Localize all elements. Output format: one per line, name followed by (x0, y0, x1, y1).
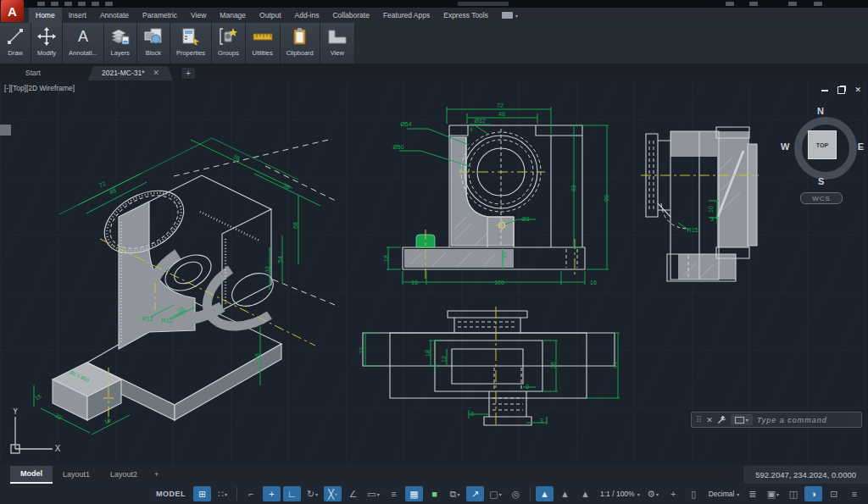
file-tab-start[interactable]: Start (12, 66, 54, 80)
docked-panel-button[interactable] (0, 125, 11, 136)
layout-tab-model[interactable]: Model (10, 466, 53, 484)
menu-item-manage[interactable]: Manage (213, 8, 253, 23)
close-icon[interactable]: ✕ (854, 86, 861, 94)
annotation-scale-icon[interactable]: ▲ (576, 486, 594, 501)
polar-tracking-icon[interactable]: ▭▾ (364, 486, 382, 501)
dimension-label[interactable]: 6 (470, 127, 473, 132)
dimension-label[interactable]: 82 (570, 185, 576, 191)
isometric-drafting-icon[interactable]: ↻▾ (303, 486, 321, 501)
dimension-label[interactable]: 100 (494, 280, 504, 285)
ribbon-panel-groups[interactable]: Groups (212, 23, 246, 64)
dimension-label[interactable]: Ø50 (392, 144, 403, 150)
ribbon-panel-clipboard[interactable]: Clipboard (281, 23, 320, 64)
ribbon-panel-view[interactable]: View (320, 23, 355, 64)
dimension-label[interactable]: 3 (526, 384, 529, 390)
annotation-visibility-icon[interactable]: ▲ (536, 486, 554, 501)
dimension-label[interactable]: 22 (501, 252, 507, 258)
restore-icon[interactable] (837, 86, 845, 94)
quick-access-icon[interactable] (37, 2, 45, 6)
dimension-label[interactable]: R12 (162, 318, 173, 324)
dimension-label[interactable]: 36 (550, 362, 556, 368)
dimension-label[interactable]: 72 (98, 180, 107, 189)
close-icon[interactable]: ✕ (706, 416, 713, 424)
dimension-label[interactable]: Ø54 (400, 121, 411, 127)
titlebar-icon[interactable] (814, 2, 822, 6)
file-tab-drawing[interactable]: 2021-MC-31* ✕ (88, 66, 173, 80)
dimension-label[interactable]: 90 (604, 195, 609, 202)
object-snap-angle-icon[interactable]: ∠ (344, 486, 362, 501)
recent-commands-button[interactable]: ▾ (731, 414, 753, 425)
gizmo-icon[interactable]: ◎ (507, 486, 525, 501)
ucs-icon[interactable]: Y X (5, 408, 61, 457)
coordinate-readout[interactable]: 592.2047, 234.2024, 0.0000 (743, 466, 868, 484)
object-snap-icon[interactable]: ▦ (405, 486, 423, 501)
dimension-label[interactable]: 38 (282, 182, 291, 191)
snap-mode-icon[interactable]: ∷▾ (214, 486, 231, 501)
dimension-label[interactable]: 32 (264, 266, 270, 273)
menu-item-insert[interactable]: Insert (62, 8, 93, 23)
annotation-scale-value[interactable]: 1:1 / 100%▾ (597, 486, 642, 501)
dimension-label[interactable]: Ø3 (521, 216, 529, 222)
selection-filtering-icon[interactable]: ▢▾ (487, 486, 504, 501)
side-view[interactable]: 103R15 (641, 127, 759, 281)
view-cube-west[interactable]: W (781, 141, 789, 152)
customize-wrench-icon[interactable] (717, 413, 726, 428)
new-layout-button[interactable]: + (147, 466, 165, 484)
quick-access-icon[interactable] (105, 2, 113, 6)
dimension-label[interactable]: 68 (292, 222, 298, 229)
command-input[interactable]: Type a command (757, 416, 827, 424)
dimension-label[interactable]: 44 (612, 362, 618, 368)
ribbon-panel-draw[interactable]: Draw (0, 23, 31, 64)
ribbon-panel-block[interactable]: Block (137, 23, 170, 64)
model-space-button[interactable]: MODEL (156, 490, 186, 498)
infer-constraints-icon[interactable]: ⌐ (242, 486, 260, 501)
dimension-label[interactable]: 18 (425, 350, 431, 357)
dimension-label[interactable]: 16 (590, 280, 597, 285)
menu-item-output[interactable]: Output (253, 8, 288, 23)
dimension-label[interactable]: 72 (497, 102, 504, 108)
application-menu-button[interactable]: A (1, 0, 24, 22)
minimize-icon[interactable] (821, 90, 828, 91)
menu-item-annotate[interactable]: Annotate (93, 8, 136, 23)
quick-access-icon[interactable] (64, 2, 72, 6)
hardware-acceleration-icon[interactable]: ◑ (804, 486, 822, 501)
grid-display-icon[interactable]: ⊞ (193, 486, 211, 501)
cad-drawing[interactable]: 72483838685432R12R121058152216Ø2 X Ø10 (0, 80, 868, 466)
view-cube-south[interactable]: S (818, 176, 824, 186)
units-value[interactable]: Decimal▾ (705, 486, 742, 501)
dimension-label[interactable]: 58 (254, 353, 260, 360)
dimension-label[interactable]: 10 (708, 206, 714, 213)
command-line[interactable]: ⠿ ✕ ▾ Type a command (691, 412, 862, 428)
dimension-label[interactable]: R15 (687, 227, 698, 233)
top-view[interactable]: 2218123644333 (359, 307, 620, 428)
menubar-overflow-button[interactable]: ▾ (502, 8, 518, 23)
dimension-label[interactable]: 3 (540, 418, 543, 424)
clean-screen-icon[interactable]: ⊡ (825, 486, 843, 501)
menu-item-collaborate[interactable]: Collaborate (326, 8, 376, 23)
lock-ui-icon[interactable]: ▣▾ (764, 486, 782, 501)
ribbon-panel-modify[interactable]: Modify (31, 23, 63, 64)
layout-tab-layout2[interactable]: Layout2 (100, 466, 147, 484)
3d-object-snap-icon[interactable]: ⧉▾ (446, 486, 464, 501)
dimension-label[interactable]: 3 (710, 216, 714, 222)
ribbon-panel-layers[interactable]: Layers (104, 23, 137, 64)
workspace-switching-icon[interactable]: ⚙▾ (644, 486, 662, 501)
front-view[interactable]: 7248Ø326Ø54Ø50Ø3829018221610016 (383, 102, 609, 285)
close-icon[interactable]: ✕ (153, 66, 160, 80)
menu-item-featured-apps[interactable]: Featured Apps (376, 8, 437, 23)
view-cube[interactable]: N W E S TOP WCS (787, 104, 858, 206)
selection-cycling-icon[interactable]: ■ (426, 486, 443, 501)
units-icon[interactable]: ▯ (685, 486, 703, 501)
view-cube-east[interactable]: E (858, 141, 864, 152)
ribbon-panel-properties[interactable]: Properties (170, 23, 212, 64)
annotation-autoscale-icon[interactable]: ▲ (556, 486, 574, 501)
dimension-label[interactable]: Ø32 (474, 118, 485, 124)
drawing-canvas[interactable]: 72483838685432R12R121058152216Ø2 X Ø10 (0, 80, 868, 466)
titlebar-icon[interactable] (749, 2, 758, 6)
dimension-label[interactable]: 12 (441, 356, 447, 363)
menu-item-view[interactable]: View (184, 8, 213, 23)
annotation-monitor-icon[interactable]: + (665, 486, 682, 501)
view-cube-north[interactable]: N (817, 106, 824, 116)
dimension-label[interactable]: 3 (470, 411, 474, 417)
titlebar-icon[interactable] (788, 2, 797, 6)
